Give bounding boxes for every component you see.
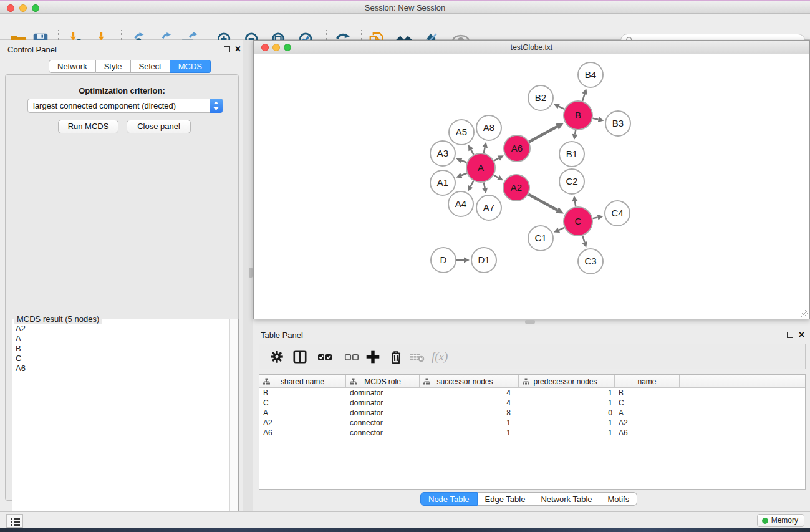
column-header-name[interactable]: name (615, 375, 680, 388)
mcds-result-item[interactable]: A6 (16, 364, 229, 374)
edge-A-A2[interactable] (494, 175, 498, 178)
table-cell[interactable]: 8 (420, 408, 519, 418)
tab-style[interactable]: Style (96, 60, 131, 73)
table-cell[interactable]: dominator (346, 388, 420, 398)
edge-A-A3[interactable] (461, 160, 467, 162)
tab-edge-table[interactable]: Edge Table (478, 492, 534, 506)
table-cell[interactable]: 4 (420, 398, 519, 408)
edge-B-B3[interactable] (593, 118, 599, 120)
tab-mcds[interactable]: MCDS (170, 60, 211, 73)
mcds-result-item[interactable]: B (16, 344, 229, 354)
criterion-value: largest connected component (directed) (33, 101, 176, 110)
float-table-panel-icon[interactable] (787, 332, 793, 338)
table-cell[interactable]: A2 (615, 418, 680, 428)
table-cell[interactable]: 1 (519, 418, 615, 428)
edge-C-C4[interactable] (593, 217, 598, 218)
node-label-A3: A3 (437, 148, 448, 158)
table-cell[interactable]: C (259, 398, 346, 408)
node-label-C1: C1 (534, 233, 546, 243)
table-cell[interactable]: 1 (420, 428, 519, 438)
table-row[interactable]: A2connector11A2 (259, 418, 805, 428)
edge-B-B2[interactable] (559, 107, 564, 109)
network-window-titlebar[interactable]: testGlobe.txt (254, 41, 809, 54)
table-settings-icon[interactable] (269, 349, 285, 365)
float-panel-icon[interactable] (224, 46, 230, 52)
edge-C-C2[interactable] (575, 201, 576, 207)
network-canvas[interactable]: AA1A2A3A4A5A6A7A8BB1B2B3B4CC1C2C3C4DD1 (254, 54, 809, 319)
create-column-icon[interactable] (365, 349, 381, 365)
edge-A-A1[interactable] (461, 173, 467, 175)
table-cell[interactable]: connector (346, 428, 420, 438)
table-cell[interactable]: A (259, 408, 346, 418)
node-label-D1: D1 (478, 254, 489, 265)
table-row[interactable]: Adominator80A (259, 408, 805, 418)
column-header-predecessor-nodes[interactable]: predecessor nodes (519, 375, 615, 388)
table-cell[interactable]: 1 (519, 388, 615, 398)
ui-settings-menu-button[interactable] (6, 514, 23, 528)
criterion-dropdown[interactable]: largest connected component (directed) (27, 99, 223, 113)
mcds-result-item[interactable]: A (16, 334, 229, 344)
table-cell[interactable]: 1 (519, 428, 615, 438)
table-cell[interactable]: B (615, 388, 680, 398)
table-row[interactable]: Cdominator41C (259, 398, 805, 408)
mcds-result-scrollbar[interactable] (229, 319, 238, 532)
mcds-result-item[interactable]: A2 (16, 324, 229, 334)
table-cell[interactable]: dominator (346, 408, 420, 418)
mcds-result-item[interactable]: C (16, 354, 229, 364)
table-cell[interactable]: A2 (259, 418, 346, 428)
table-cell[interactable]: A (615, 408, 680, 418)
edge-A-A5[interactable] (471, 150, 473, 155)
function-builder-icon[interactable]: f(x) (432, 349, 456, 365)
table-cell[interactable]: A6 (615, 428, 680, 438)
close-panel-icon[interactable]: ✕ (234, 44, 241, 54)
select-all-columns-icon[interactable] (317, 349, 333, 365)
splitter-handle[interactable] (249, 268, 253, 278)
table-cell[interactable]: B (259, 388, 346, 398)
show-columns-icon[interactable] (292, 349, 308, 365)
unselect-all-columns-icon[interactable] (344, 349, 360, 365)
edge-C-C3[interactable] (582, 236, 584, 243)
table-cell[interactable]: 4 (420, 388, 519, 398)
delete-table-icon[interactable] (409, 349, 425, 365)
edge-A2-C[interactable] (528, 195, 557, 210)
node-label-A: A (478, 162, 484, 173)
edge-A-A7[interactable] (484, 183, 485, 188)
table-row[interactable]: A6connector11A6 (259, 428, 805, 438)
dropdown-stepper-icon (210, 99, 223, 113)
network-graph[interactable]: AA1A2A3A4A5A6A7A8BB1B2B3B4CC1C2C3C4DD1 (254, 54, 809, 319)
table-cell[interactable]: connector (346, 418, 420, 428)
edge-A-A8[interactable] (484, 147, 485, 153)
tab-node-table[interactable]: Node Table (420, 492, 478, 506)
column-header-successor-nodes[interactable]: successor nodes (420, 375, 519, 388)
table-cell[interactable]: A6 (259, 428, 346, 438)
tab-network-table[interactable]: Network Table (533, 492, 600, 506)
column-header-shared-name[interactable]: shared name (259, 375, 346, 388)
edge-B-B4[interactable] (582, 94, 585, 101)
splitter-handle-horizontal[interactable] (525, 320, 535, 324)
table-cell[interactable]: 0 (519, 408, 615, 418)
tab-network[interactable]: Network (49, 60, 96, 73)
mcds-result-list[interactable]: A2ABCA6 (13, 322, 229, 532)
close-panel-button[interactable]: Close panel (127, 120, 191, 133)
close-table-panel-icon[interactable]: ✕ (798, 330, 805, 339)
table-cell[interactable]: C (615, 398, 680, 408)
tab-select[interactable]: Select (131, 60, 170, 73)
node-label-C2: C2 (566, 176, 577, 186)
edge-B-B1[interactable] (575, 130, 576, 135)
delete-columns-icon[interactable] (388, 349, 404, 365)
edge-A-A4[interactable] (470, 181, 473, 186)
control-panel-title: Control Panel (7, 45, 57, 54)
edge-A-A6[interactable] (494, 158, 499, 161)
table-row[interactable]: Bdominator41B (259, 388, 805, 398)
column-header-MCDS-role[interactable]: MCDS role (346, 375, 420, 388)
table-cell[interactable]: dominator (346, 398, 420, 408)
table-cell[interactable]: 1 (519, 398, 615, 408)
edge-A6-B[interactable] (529, 127, 557, 142)
table-cell[interactable]: 1 (420, 418, 519, 428)
memory-button[interactable]: Memory (757, 514, 804, 527)
tab-motifs[interactable]: Motifs (600, 492, 638, 506)
run-mcds-button[interactable]: Run MCDS (58, 120, 118, 133)
resize-grip-icon[interactable] (801, 310, 809, 318)
arrowhead-icon (598, 117, 604, 122)
edge-C-C1[interactable] (559, 228, 564, 230)
